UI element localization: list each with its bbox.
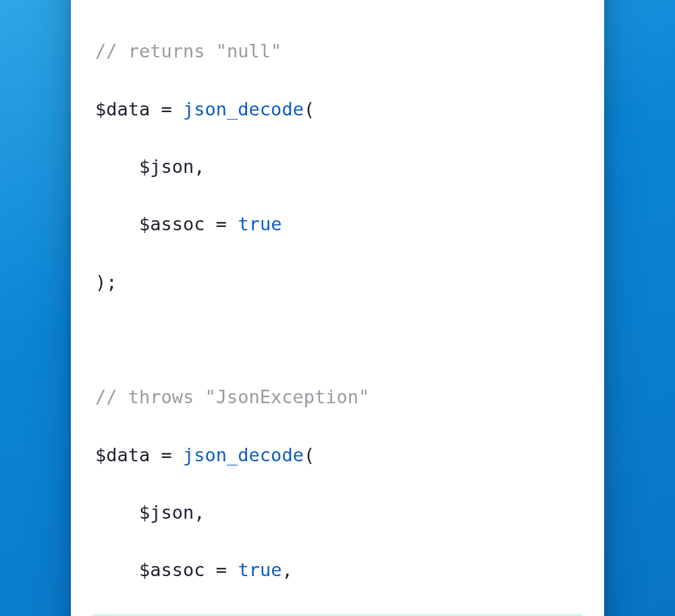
code-token: [95, 156, 139, 177]
code-token: [95, 559, 139, 580]
code-token: ,: [194, 156, 205, 177]
code-token: // throws "JsonException": [95, 386, 369, 407]
code-token: =: [161, 99, 172, 120]
code-token: $json: [139, 502, 194, 523]
code-token: (: [304, 444, 315, 465]
code-token: ): [95, 272, 106, 292]
code-line: $data = json_decode(: [95, 441, 580, 470]
code-token: $data: [95, 99, 150, 120]
code-token: [95, 213, 139, 234]
code-token: [95, 502, 139, 523]
code-line: $data = json_decode(: [95, 95, 580, 124]
code-token: =: [216, 559, 227, 580]
code-token: true: [238, 213, 281, 234]
code-line: [95, 326, 580, 355]
code-token: json_decode: [183, 99, 304, 120]
code-line: $json,: [95, 498, 580, 528]
code-token: $data: [95, 444, 150, 465]
code-token: // returns "null": [95, 41, 281, 61]
code-line: // throws "JsonException": [95, 383, 580, 412]
code-window: Built-In JSON Exceptions $json = "{'inva…: [71, 0, 604, 616]
code-token: json_decode: [183, 444, 304, 465]
code-line: );: [95, 268, 580, 297]
code-token: [205, 559, 216, 580]
code-token: [172, 444, 183, 465]
code-token: $assoc: [139, 213, 205, 234]
code-token: [227, 213, 238, 234]
code-line: // returns "null": [95, 37, 580, 66]
code-token: ,: [194, 502, 205, 523]
code-token: $assoc: [139, 559, 205, 580]
code-token: =: [216, 213, 227, 234]
code-line: $assoc = true,: [95, 556, 580, 585]
code-token: ,: [281, 559, 292, 580]
code-line: [95, 0, 580, 9]
code-line: $json,: [95, 153, 580, 182]
code-token: [227, 559, 238, 580]
code-line: $assoc = true: [95, 210, 580, 239]
code-token: =: [161, 444, 172, 465]
code-token: [150, 99, 161, 120]
code-token: $json: [139, 156, 194, 177]
code-block: $json = "{'invalid'}"; // returns "null"…: [71, 0, 604, 616]
code-line: flags: JSON_THROW_ON_ERROR: [91, 614, 584, 616]
code-token: [172, 99, 183, 120]
code-token: true: [238, 559, 281, 580]
code-token: (: [304, 99, 315, 120]
code-token: [150, 444, 161, 465]
code-token: [205, 213, 216, 234]
code-token: ;: [106, 272, 117, 292]
